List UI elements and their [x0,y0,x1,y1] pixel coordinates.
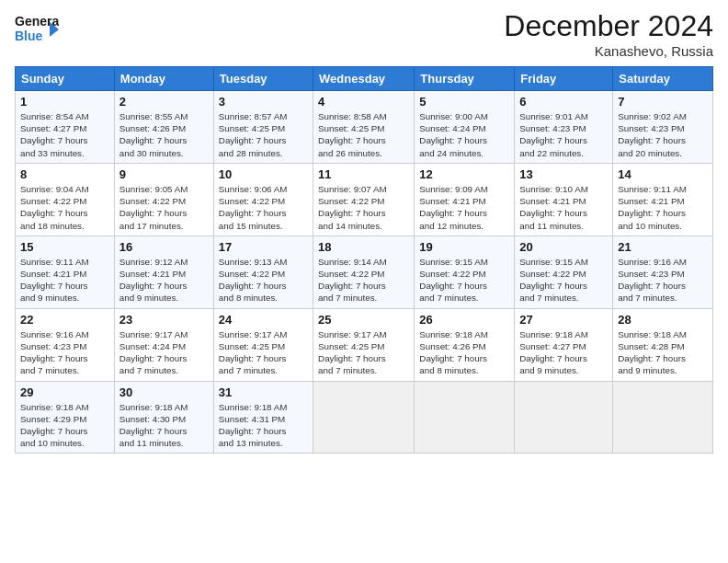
week-row-5: 29Sunrise: 9:18 AMSunset: 4:29 PMDayligh… [16,381,713,454]
day-info: Sunrise: 9:18 AMSunset: 4:27 PMDaylight:… [519,328,608,377]
day-info: Sunrise: 8:55 AMSunset: 4:26 PMDaylight:… [119,110,209,159]
day-number: 30 [119,385,209,399]
cell-0-2: 3Sunrise: 8:57 AMSunset: 4:25 PMDaylight… [213,91,313,164]
cell-0-6: 7Sunrise: 9:02 AMSunset: 4:23 PMDaylight… [613,91,713,164]
cell-3-6: 28Sunrise: 9:18 AMSunset: 4:28 PMDayligh… [613,308,713,381]
day-number: 15 [20,240,109,254]
cell-1-2: 10Sunrise: 9:06 AMSunset: 4:22 PMDayligh… [213,163,313,236]
day-number: 25 [318,313,409,327]
cell-2-2: 17Sunrise: 9:13 AMSunset: 4:22 PMDayligh… [213,236,313,308]
cell-0-1: 2Sunrise: 8:55 AMSunset: 4:26 PMDaylight… [114,91,213,164]
day-info: Sunrise: 9:15 AMSunset: 4:22 PMDaylight:… [419,256,509,304]
header: General Blue December 2024 Kanashevo, Ru… [15,9,713,59]
day-number: 31 [219,385,308,399]
day-number: 17 [219,240,308,254]
title-block: December 2024 Kanashevo, Russia [504,9,713,59]
cell-1-1: 9Sunrise: 9:05 AMSunset: 4:22 PMDaylight… [114,163,213,236]
day-info: Sunrise: 8:57 AMSunset: 4:25 PMDaylight:… [219,110,308,159]
day-number: 3 [219,95,308,109]
day-number: 1 [20,95,109,109]
day-info: Sunrise: 9:05 AMSunset: 4:22 PMDaylight:… [119,183,209,232]
header-sunday: Sunday [16,67,115,91]
header-tuesday: Tuesday [213,67,313,91]
cell-1-0: 8Sunrise: 9:04 AMSunset: 4:22 PMDaylight… [16,163,115,236]
header-monday: Monday [114,67,213,91]
logo: General Blue [15,9,59,52]
cell-1-6: 14Sunrise: 9:11 AMSunset: 4:21 PMDayligh… [613,163,713,236]
page: General Blue December 2024 Kanashevo, Ru… [0,0,728,563]
day-info: Sunrise: 9:12 AMSunset: 4:21 PMDaylight:… [119,256,209,304]
day-info: Sunrise: 9:18 AMSunset: 4:31 PMDaylight:… [219,401,308,450]
cell-2-4: 19Sunrise: 9:15 AMSunset: 4:22 PMDayligh… [415,236,515,308]
header-row: Sunday Monday Tuesday Wednesday Thursday… [16,67,713,91]
cell-3-2: 24Sunrise: 9:17 AMSunset: 4:25 PMDayligh… [213,308,313,381]
day-number: 18 [318,240,409,254]
day-number: 2 [119,95,209,109]
cell-4-1: 30Sunrise: 9:18 AMSunset: 4:30 PMDayligh… [114,381,213,454]
day-info: Sunrise: 9:02 AMSunset: 4:23 PMDaylight:… [618,110,708,159]
day-info: Sunrise: 9:00 AMSunset: 4:24 PMDaylight:… [419,110,509,159]
calendar-body: 1Sunrise: 8:54 AMSunset: 4:27 PMDaylight… [16,91,713,454]
cell-0-0: 1Sunrise: 8:54 AMSunset: 4:27 PMDaylight… [16,91,115,164]
week-row-1: 1Sunrise: 8:54 AMSunset: 4:27 PMDaylight… [16,91,713,164]
day-info: Sunrise: 9:06 AMSunset: 4:22 PMDaylight:… [219,183,308,232]
cell-2-6: 21Sunrise: 9:16 AMSunset: 4:23 PMDayligh… [613,236,713,308]
header-friday: Friday [515,67,613,91]
header-saturday: Saturday [613,67,713,91]
day-number: 6 [519,95,608,109]
week-row-3: 15Sunrise: 9:11 AMSunset: 4:21 PMDayligh… [16,236,713,308]
day-info: Sunrise: 9:09 AMSunset: 4:21 PMDaylight:… [419,183,509,232]
month-title: December 2024 [504,9,713,43]
cell-4-6 [613,381,713,454]
cell-0-3: 4Sunrise: 8:58 AMSunset: 4:25 PMDaylight… [313,91,415,164]
cell-3-3: 25Sunrise: 9:17 AMSunset: 4:25 PMDayligh… [313,308,415,381]
cell-4-3 [313,381,415,454]
day-number: 20 [519,240,608,254]
day-info: Sunrise: 9:04 AMSunset: 4:22 PMDaylight:… [20,183,109,232]
cell-4-0: 29Sunrise: 9:18 AMSunset: 4:29 PMDayligh… [16,381,115,454]
day-info: Sunrise: 9:18 AMSunset: 4:29 PMDaylight:… [20,401,109,450]
day-info: Sunrise: 9:17 AMSunset: 4:25 PMDaylight:… [318,328,409,377]
cell-4-5 [515,381,613,454]
cell-2-0: 15Sunrise: 9:11 AMSunset: 4:21 PMDayligh… [16,236,115,308]
day-number: 7 [618,95,708,109]
week-row-2: 8Sunrise: 9:04 AMSunset: 4:22 PMDaylight… [16,163,713,236]
day-info: Sunrise: 9:18 AMSunset: 4:28 PMDaylight:… [618,328,708,377]
day-number: 4 [318,95,409,109]
calendar-table: Sunday Monday Tuesday Wednesday Thursday… [15,66,713,454]
day-info: Sunrise: 9:18 AMSunset: 4:30 PMDaylight:… [119,401,209,450]
day-info: Sunrise: 8:58 AMSunset: 4:25 PMDaylight:… [318,110,409,159]
day-number: 16 [119,240,209,254]
cell-2-1: 16Sunrise: 9:12 AMSunset: 4:21 PMDayligh… [114,236,213,308]
day-info: Sunrise: 9:13 AMSunset: 4:22 PMDaylight:… [219,256,308,304]
day-info: Sunrise: 9:14 AMSunset: 4:22 PMDaylight:… [318,256,409,304]
cell-1-3: 11Sunrise: 9:07 AMSunset: 4:22 PMDayligh… [313,163,415,236]
logo-icon: General Blue [15,9,59,48]
day-number: 13 [519,167,608,181]
day-info: Sunrise: 9:17 AMSunset: 4:25 PMDaylight:… [219,328,308,377]
day-info: Sunrise: 8:54 AMSunset: 4:27 PMDaylight:… [20,110,109,159]
svg-text:Blue: Blue [15,29,43,43]
cell-3-4: 26Sunrise: 9:18 AMSunset: 4:26 PMDayligh… [415,308,515,381]
cell-3-0: 22Sunrise: 9:16 AMSunset: 4:23 PMDayligh… [16,308,115,381]
day-number: 28 [618,313,708,327]
cell-1-4: 12Sunrise: 9:09 AMSunset: 4:21 PMDayligh… [415,163,515,236]
cell-2-5: 20Sunrise: 9:15 AMSunset: 4:22 PMDayligh… [515,236,613,308]
cell-4-2: 31Sunrise: 9:18 AMSunset: 4:31 PMDayligh… [213,381,313,454]
cell-3-5: 27Sunrise: 9:18 AMSunset: 4:27 PMDayligh… [515,308,613,381]
day-number: 27 [519,313,608,327]
day-number: 12 [419,167,509,181]
day-info: Sunrise: 9:11 AMSunset: 4:21 PMDaylight:… [20,256,109,304]
day-info: Sunrise: 9:15 AMSunset: 4:22 PMDaylight:… [519,256,608,304]
day-number: 22 [20,313,109,327]
day-info: Sunrise: 9:16 AMSunset: 4:23 PMDaylight:… [618,256,708,304]
cell-0-4: 5Sunrise: 9:00 AMSunset: 4:24 PMDaylight… [415,91,515,164]
cell-0-5: 6Sunrise: 9:01 AMSunset: 4:23 PMDaylight… [515,91,613,164]
day-number: 26 [419,313,509,327]
day-number: 14 [618,167,708,181]
day-info: Sunrise: 9:01 AMSunset: 4:23 PMDaylight:… [519,110,608,159]
day-number: 10 [219,167,308,181]
day-number: 21 [618,240,708,254]
day-info: Sunrise: 9:17 AMSunset: 4:24 PMDaylight:… [119,328,209,377]
day-number: 9 [119,167,209,181]
